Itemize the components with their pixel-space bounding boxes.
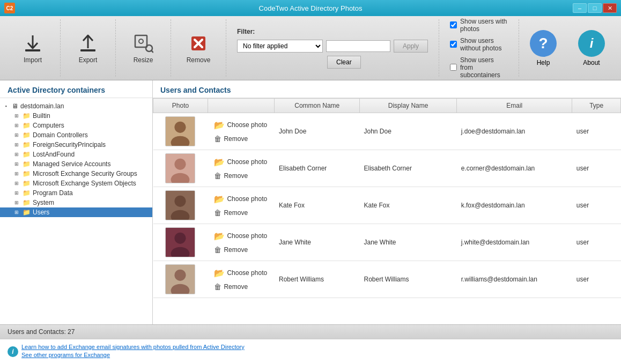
col-header-email: Email [457, 99, 572, 113]
import-group: Import [5, 19, 61, 77]
window-controls: – □ ✕ [573, 3, 617, 13]
remove-photo-button[interactable]: 🗑 Remove [212, 170, 250, 181]
left-panel-title: Active Directory containers [0, 80, 152, 98]
help-button[interactable]: ? Help [519, 19, 567, 77]
show-without-photos-checkbox[interactable] [450, 41, 457, 48]
filter-input[interactable] [326, 40, 390, 52]
display-name-cell: Robert Williams [360, 261, 457, 298]
remove-photo-button[interactable]: 🗑 Remove [212, 244, 250, 255]
about-icon: i [578, 30, 605, 57]
folder-choose-icon: 📂 [214, 231, 225, 241]
footer-link-1[interactable]: Learn how to add Exchange email signatur… [21, 344, 245, 350]
show-from-subcontainers-checkbox[interactable] [450, 64, 457, 71]
window-title: CodeTwo Active Directory Photos [259, 4, 363, 12]
common-name-cell: Elisabeth Corner [275, 150, 360, 187]
tree-item-builtin[interactable]: ⊞ 📁 Builtin [0, 111, 152, 121]
folder-icon-users: 📁 [23, 209, 31, 216]
folder-icon-sys: 📁 [23, 199, 31, 206]
tree-item-managed[interactable]: ⊞ 📁 Managed Service Accounts [0, 159, 152, 169]
show-without-photos-row[interactable]: Show users without photos [450, 37, 508, 52]
email-cell: j.white@destdomain.lan [457, 224, 572, 261]
remove-photo-button[interactable]: 🗑 Remove [212, 281, 250, 292]
actions-cell: 📂 Choose photo 🗑 Remove [208, 261, 275, 298]
col-header-type: Type [572, 99, 621, 113]
photo-cell [153, 224, 208, 261]
footer-link-2[interactable]: See other programs for Exchange [21, 352, 245, 358]
type-cell: user [572, 150, 621, 187]
choose-photo-label: Choose photo [227, 158, 267, 166]
photo-container [158, 116, 204, 146]
trash-icon: 🗑 [214, 283, 221, 291]
close-button[interactable]: ✕ [603, 3, 617, 13]
tree-container: ▪ 🖥 destdomain.lan ⊞ 📁 Builtin ⊞ 📁 Compu… [0, 98, 152, 324]
remove-photo-button[interactable]: 🗑 Remove [212, 207, 250, 218]
choose-photo-button[interactable]: 📂 Choose photo [212, 267, 269, 279]
col-header-actions [208, 99, 275, 113]
about-button[interactable]: i About [567, 19, 616, 77]
email-cell: e.corner@destdomain.lan [457, 150, 572, 187]
users-table-wrapper[interactable]: Photo Common Name Display Name Email Typ… [153, 98, 621, 324]
photo-cell [153, 187, 208, 224]
tree-item-foreignsecurity[interactable]: ⊞ 📁 ForeignSecurityPrincipals [0, 140, 152, 150]
folder-choose-icon: 📂 [214, 268, 225, 278]
filter-row: No filter applied By Name By Email Apply [237, 40, 428, 53]
photo-container [158, 264, 204, 294]
filter-select[interactable]: No filter applied By Name By Email [237, 40, 323, 53]
import-button[interactable]: Import [14, 31, 51, 66]
display-name-cell: Kate Fox [360, 187, 457, 224]
remove-photo-button[interactable]: 🗑 Remove [212, 133, 250, 144]
show-with-photos-checkbox[interactable] [450, 21, 457, 28]
folder-icon-mexsys: 📁 [23, 180, 31, 187]
tree-root[interactable]: ▪ 🖥 destdomain.lan [0, 101, 152, 111]
show-with-photos-row[interactable]: Show users with photos [450, 18, 508, 33]
right-panel-title: Users and Contacts [153, 80, 621, 98]
actions-cell: 📂 Choose photo 🗑 Remove [208, 113, 275, 150]
minimize-button[interactable]: – [573, 3, 587, 13]
maximize-button[interactable]: □ [588, 3, 602, 13]
tree-item-mexsec[interactable]: ⊞ 📁 Microsoft Exchange Security Groups [0, 169, 152, 179]
clear-button[interactable]: Clear [327, 56, 361, 69]
remove-label: Remove [187, 56, 211, 64]
expand-icon-laf: ⊞ [13, 151, 20, 158]
email-cell: r.williams@destdomain.lan [457, 261, 572, 298]
remove-button[interactable]: Remove [180, 31, 217, 66]
toolbar: Import Export [0, 16, 621, 80]
apply-button[interactable]: Apply [394, 40, 428, 53]
type-cell: user [572, 113, 621, 150]
resize-button[interactable]: Resize [124, 31, 162, 66]
tree-item-computers[interactable]: ⊞ 📁 Computers [0, 121, 152, 130]
expand-icon-dc: ⊞ [13, 131, 20, 139]
help-label: Help [537, 59, 550, 66]
remove-group: Remove [171, 19, 226, 77]
choose-photo-button[interactable]: 📂 Choose photo [212, 193, 269, 205]
remove-icon [188, 33, 209, 54]
tree-item-mexsys[interactable]: ⊞ 📁 Microsoft Exchange System Objects [0, 179, 152, 188]
remove-photo-label: Remove [224, 172, 248, 180]
tree-item-users[interactable]: ⊞ 📁 Users [0, 207, 152, 217]
export-button[interactable]: Export [69, 31, 107, 66]
export-icon [77, 33, 99, 54]
filter-clear-row: Clear [237, 56, 428, 69]
tree-item-lostandfound[interactable]: ⊞ 📁 LostAndFound [0, 150, 152, 159]
tree-item-system[interactable]: ⊞ 📁 System [0, 198, 152, 207]
table-row: 📂 Choose photo 🗑 Remove Elisabeth Corner… [153, 150, 621, 187]
folder-choose-icon: 📂 [214, 194, 225, 204]
show-from-subcontainers-row[interactable]: Show users from subcontainers [450, 56, 508, 79]
remove-photo-label: Remove [224, 135, 248, 143]
tree-item-programdata[interactable]: ⊞ 📁 Program Data [0, 188, 152, 198]
table-row: 📂 Choose photo 🗑 Remove Robert WilliamsR… [153, 261, 621, 298]
resize-label: Resize [134, 56, 153, 64]
user-avatar [165, 264, 195, 294]
actions-container: 📂 Choose photo 🗑 Remove [212, 230, 270, 255]
svg-line-4 [151, 50, 153, 53]
choose-photo-button[interactable]: 📂 Choose photo [212, 119, 269, 131]
title-bar: C2 CodeTwo Active Directory Photos – □ ✕ [0, 0, 621, 16]
table-row: 📂 Choose photo 🗑 Remove John DoeJohn Doe… [153, 113, 621, 150]
footer-icon: i [8, 346, 18, 357]
choose-photo-button[interactable]: 📂 Choose photo [212, 230, 269, 242]
choose-photo-button[interactable]: 📂 Choose photo [212, 156, 269, 168]
footer: i Learn how to add Exchange email signat… [0, 339, 621, 364]
tree-item-domaincontrollers[interactable]: ⊞ 📁 Domain Controllers [0, 130, 152, 140]
photo-container [158, 227, 204, 257]
trash-icon: 🗑 [214, 246, 221, 254]
